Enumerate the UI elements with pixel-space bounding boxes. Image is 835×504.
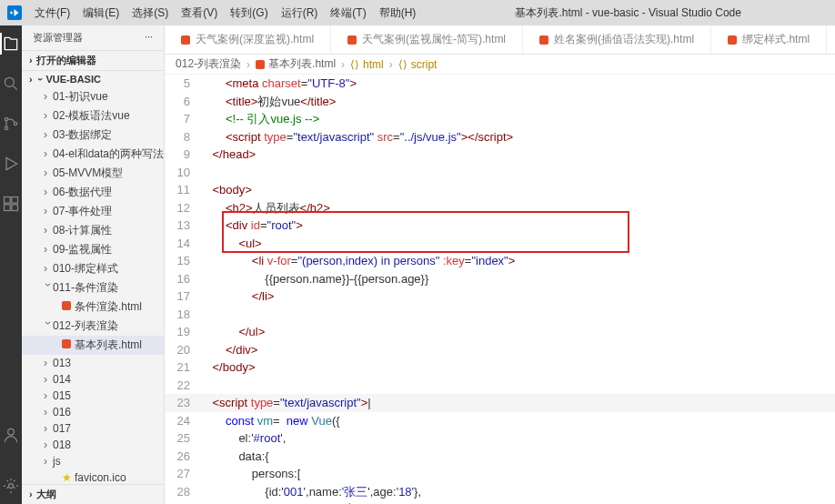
svg-point-1 bbox=[5, 117, 7, 120]
code-line[interactable]: 24 const vm= new Vue({ bbox=[165, 412, 835, 430]
folder-node[interactable]: 013 bbox=[22, 355, 164, 371]
menu-item[interactable]: 转到(G) bbox=[230, 5, 267, 21]
html-file-icon bbox=[62, 339, 71, 348]
editor-tab[interactable]: 天气案例(深度监视).html bbox=[165, 25, 331, 54]
line-number: 11 bbox=[165, 181, 199, 199]
sidebar-title: 资源管理器 bbox=[33, 31, 83, 45]
more-icon[interactable]: ··· bbox=[145, 31, 153, 45]
menu-item[interactable]: 运行(R) bbox=[281, 5, 318, 21]
code-line[interactable]: 29 {id:'002',name:'李四',age:'19'}, bbox=[165, 500, 835, 504]
code-line[interactable]: 7 <!-- 引入vue.js --> bbox=[165, 110, 835, 128]
code-line[interactable]: 17 </li> bbox=[165, 287, 835, 306]
crumb-symbol-script[interactable]: ⟨⟩ script bbox=[398, 58, 438, 71]
code-area[interactable]: 5 <meta charset="UTF-8">6 <title>初始vue</… bbox=[165, 75, 835, 504]
menu-item[interactable]: 编辑(E) bbox=[83, 5, 119, 21]
folder-node[interactable]: js bbox=[22, 453, 164, 469]
code-line[interactable]: 16 {{person.name}}-{{person.age}} bbox=[165, 270, 835, 288]
chevron-right-icon: › bbox=[341, 58, 345, 71]
folder-node[interactable]: 012-列表渲染 bbox=[22, 317, 164, 336]
code-line[interactable]: 27 persons:[ bbox=[165, 465, 835, 483]
file-node[interactable]: ★favicon.ico bbox=[22, 469, 164, 484]
editor-tab[interactable]: 绑定样式.html bbox=[711, 25, 827, 54]
titlebar: 文件(F)编辑(E)选择(S)查看(V)转到(G)运行(R)终端(T)帮助(H)… bbox=[0, 0, 835, 25]
file-node[interactable]: 基本列表.html bbox=[22, 336, 164, 355]
explorer-icon[interactable] bbox=[0, 33, 22, 55]
code-line[interactable]: 15 <li v-for="(person,index) in persons"… bbox=[165, 252, 835, 270]
code-line[interactable]: 22 bbox=[165, 377, 835, 395]
code-line[interactable]: 9 </head> bbox=[165, 146, 835, 164]
code-line[interactable]: 28 {id:'001',name:'张三',age:'18'}, bbox=[165, 483, 835, 501]
line-number: 17 bbox=[165, 287, 199, 306]
crumb-folder[interactable]: 012-列表渲染 bbox=[176, 56, 241, 72]
menu-item[interactable]: 选择(S) bbox=[132, 5, 168, 21]
menu-item[interactable]: 终端(T) bbox=[330, 5, 366, 21]
folder-node[interactable]: 09-监视属性 bbox=[22, 240, 164, 259]
folder-node[interactable]: 01-初识vue bbox=[22, 87, 164, 106]
code-line[interactable]: 26 data:{ bbox=[165, 448, 835, 466]
folder-node[interactable]: 03-数据绑定 bbox=[22, 126, 164, 145]
folder-node[interactable]: 05-MVVM模型 bbox=[22, 164, 164, 183]
menu-item[interactable]: 文件(F) bbox=[35, 5, 70, 21]
folder-node[interactable]: 06-数据代理 bbox=[22, 183, 164, 202]
code-line[interactable]: 19 </ul> bbox=[165, 323, 835, 341]
code-line[interactable]: 6 <title>初始vue</title> bbox=[165, 93, 835, 111]
folder-node[interactable]: 014 bbox=[22, 371, 164, 388]
editor-tab[interactable]: 天气案例(监视属性-简写).html bbox=[331, 25, 523, 54]
line-number: 22 bbox=[165, 377, 199, 395]
code-line[interactable]: 20 </div> bbox=[165, 341, 835, 359]
menu-item[interactable]: 帮助(H) bbox=[379, 5, 417, 21]
code-line[interactable]: 10 bbox=[165, 164, 835, 182]
line-number: 26 bbox=[165, 448, 199, 466]
line-number: 28 bbox=[165, 483, 199, 501]
editor-tab[interactable]: 姓名案例(插值语法实现).html bbox=[523, 25, 711, 54]
code-line[interactable]: 5 <meta charset="UTF-8"> bbox=[165, 75, 835, 93]
window-title: 基本列表.html - vue-basic - Visual Studio Co… bbox=[428, 5, 828, 21]
file-node[interactable]: 条件渲染.html bbox=[22, 297, 164, 317]
breadcrumbs[interactable]: 012-列表渲染 › 基本列表.html › ⟨⟩ html › ⟨⟩ scri… bbox=[165, 55, 835, 75]
folder-node[interactable]: 017 bbox=[22, 420, 164, 437]
folder-node[interactable]: 011-条件渲染 bbox=[22, 278, 164, 297]
account-icon[interactable] bbox=[0, 424, 22, 446]
folder-node[interactable]: 08-计算属性 bbox=[22, 221, 164, 240]
folder-node[interactable]: 018 bbox=[22, 437, 164, 453]
star-icon: ★ bbox=[62, 471, 71, 480]
outline-section[interactable]: 大纲 bbox=[22, 484, 164, 504]
folder-node[interactable]: 016 bbox=[22, 404, 164, 420]
code-line[interactable]: 21 </body> bbox=[165, 358, 835, 377]
folder-node[interactable]: 02-模板语法vue bbox=[22, 106, 164, 126]
vscode-logo-icon bbox=[7, 5, 22, 20]
code-line[interactable]: 13 <div id="root"> bbox=[165, 217, 835, 235]
open-editors-section[interactable]: 打开的编辑器 bbox=[22, 50, 164, 70]
extensions-icon[interactable] bbox=[0, 193, 22, 215]
search-icon[interactable] bbox=[0, 73, 22, 95]
settings-gear-icon[interactable] bbox=[0, 475, 22, 497]
folder-node[interactable]: 010-绑定样式 bbox=[22, 259, 164, 278]
folder-node[interactable]: 04-el和data的两种写法 bbox=[22, 145, 164, 164]
html-file-icon bbox=[62, 301, 71, 310]
run-debug-icon[interactable] bbox=[0, 153, 22, 175]
line-number: 10 bbox=[165, 164, 199, 182]
code-line[interactable]: 23 <script type="text/javascript">| bbox=[165, 394, 835, 412]
crumb-symbol-html[interactable]: ⟨⟩ html bbox=[350, 58, 384, 71]
menu-bar: 文件(F)编辑(E)选择(S)查看(V)转到(G)运行(R)终端(T)帮助(H) bbox=[35, 5, 416, 21]
line-number: 14 bbox=[165, 235, 199, 253]
folder-node[interactable]: 015 bbox=[22, 388, 164, 404]
svg-rect-7 bbox=[12, 205, 18, 211]
project-section[interactable]: ›VUE-BASIC bbox=[22, 70, 164, 87]
svg-point-2 bbox=[5, 126, 7, 129]
code-line[interactable]: 8 <script type="text/javascript" src="..… bbox=[165, 128, 835, 146]
code-line[interactable]: 14 <ul> bbox=[165, 235, 835, 253]
folder-node[interactable]: 07-事件处理 bbox=[22, 202, 164, 221]
code-line[interactable]: 12 <h2>人员列表</h2> bbox=[165, 199, 835, 217]
line-number: 6 bbox=[165, 93, 199, 111]
code-line[interactable]: 25 el:'#root', bbox=[165, 429, 835, 448]
code-line[interactable]: 18 bbox=[165, 306, 835, 324]
editor-tab[interactable]: 条件渲染.html bbox=[827, 25, 835, 54]
chevron-right-icon: › bbox=[389, 58, 393, 71]
activity-bar bbox=[0, 25, 22, 504]
crumb-file[interactable]: 基本列表.html bbox=[256, 56, 336, 72]
source-control-icon[interactable] bbox=[0, 113, 22, 135]
menu-item[interactable]: 查看(V) bbox=[181, 5, 217, 21]
editor: 天气案例(深度监视).html天气案例(监视属性-简写).html姓名案例(插值… bbox=[165, 25, 835, 504]
code-line[interactable]: 11 <body> bbox=[165, 181, 835, 199]
